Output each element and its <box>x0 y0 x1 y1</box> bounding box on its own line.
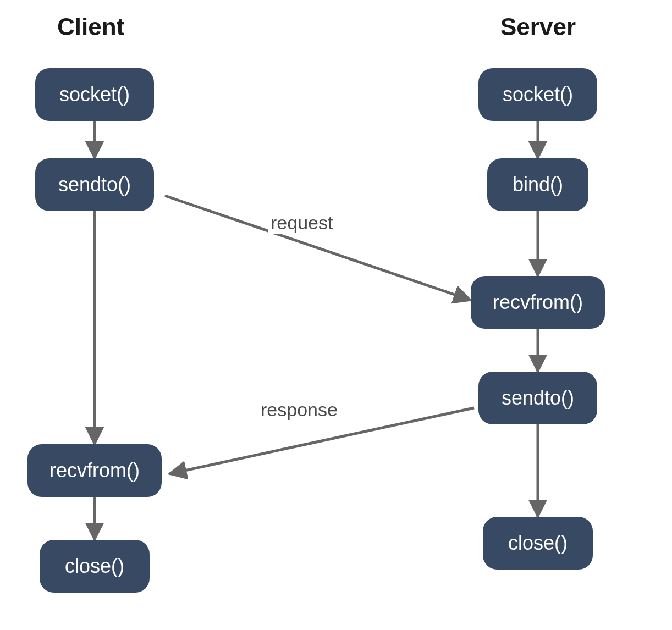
node-client-sendto: sendto() <box>35 158 154 211</box>
node-client-close: close() <box>40 540 150 593</box>
column-title-server: Server <box>500 13 576 41</box>
node-server-sendto: sendto() <box>478 372 597 424</box>
diagram-stage: Client Server socket() sendto() recvfrom… <box>0 0 672 630</box>
node-server-socket: socket() <box>478 68 597 121</box>
node-client-socket: socket() <box>35 68 154 121</box>
arrow-request <box>165 196 471 300</box>
label-response: response <box>258 399 340 421</box>
node-client-recvfrom: recvfrom() <box>27 444 162 497</box>
node-server-close: close() <box>483 517 593 570</box>
node-server-bind: bind() <box>487 158 588 211</box>
column-title-client: Client <box>57 13 124 41</box>
label-request: request <box>268 212 335 234</box>
node-server-recvfrom: recvfrom() <box>471 276 605 329</box>
